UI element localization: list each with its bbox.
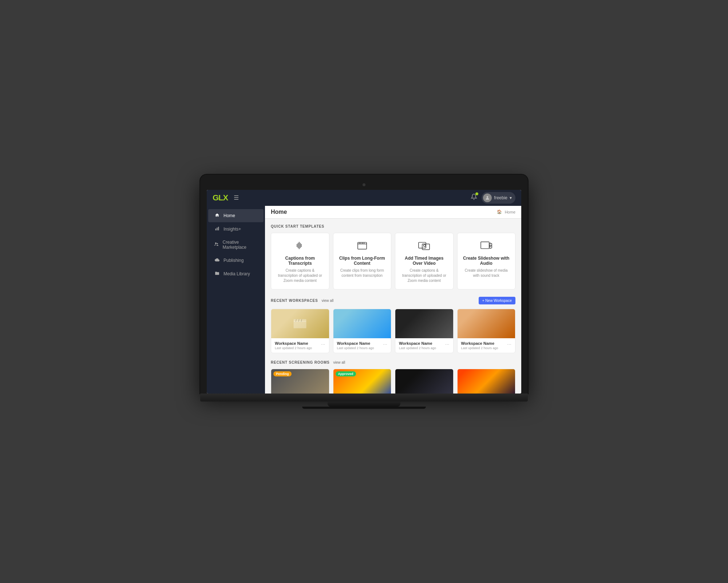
user-menu-button[interactable]: freebie ▾ xyxy=(482,192,515,204)
new-workspace-button[interactable]: + New Workspace xyxy=(479,297,515,304)
template-card-slideshow[interactable]: Create Slideshow with Audio Create slide… xyxy=(457,233,516,289)
breadcrumb-label: Home xyxy=(505,210,515,214)
screening-thumb-2 xyxy=(395,369,453,394)
workspace-menu-0[interactable]: ··· xyxy=(321,341,325,347)
workspaces-grid: Workspace Name Last updated 2 hours ago … xyxy=(271,309,515,353)
svg-point-5 xyxy=(217,243,218,244)
screening-card-0[interactable]: Pending xyxy=(271,369,329,394)
sidebar-item-creative-marketplace[interactable]: Creative Marketplace xyxy=(208,236,264,253)
workspace-card-3[interactable]: Workspace Name Last updated 2 hours ago … xyxy=(457,309,516,353)
notification-button[interactable] xyxy=(471,193,477,202)
top-bar-right: freebie ▾ xyxy=(471,192,515,204)
workspace-card-1[interactable]: Workspace Name Last updated 2 hours ago … xyxy=(333,309,392,353)
screening-card-3[interactable] xyxy=(457,369,516,394)
insights-icon xyxy=(214,226,220,232)
workspace-info-0: Workspace Name Last updated 2 hours ago … xyxy=(271,338,329,353)
workspaces-header: RECENT WORKSPACES view all + New Workspa… xyxy=(271,297,515,304)
publishing-icon xyxy=(214,257,220,263)
workspace-date-3: Last updated 2 hours ago xyxy=(461,346,498,350)
laptop-base xyxy=(200,394,528,402)
sidebar-item-home[interactable]: Home xyxy=(208,209,264,222)
screening-thumb-wrap-0: Pending xyxy=(271,369,329,394)
breadcrumb-bar: Home 🏠 Home xyxy=(265,206,521,219)
captions-template-name: Captions from Transcripts xyxy=(276,256,325,266)
workspace-thumb-1 xyxy=(333,309,391,338)
workspace-thumb-2 xyxy=(395,309,453,338)
workspaces-view-all[interactable]: view all xyxy=(322,299,334,303)
svg-rect-2 xyxy=(217,227,217,230)
template-card-timed[interactable]: Add Timed Images Over Video Create capti… xyxy=(395,233,454,289)
workspace-date-0: Last updated 2 hours ago xyxy=(275,346,312,350)
laptop-camera xyxy=(363,183,365,186)
workspace-date-1: Last updated 2 hours ago xyxy=(337,346,374,350)
screening-header: RECENT SCREENING ROOMS view all xyxy=(271,360,515,364)
workspaces-title: RECENT WORKSPACES xyxy=(271,299,318,303)
workspace-info-text-2: Workspace Name Last updated 2 hours ago xyxy=(399,341,436,350)
sidebar: Home Insights+ xyxy=(207,206,265,394)
screening-card-1[interactable]: Approved xyxy=(333,369,392,394)
svg-point-19 xyxy=(424,244,426,247)
laptop-stand xyxy=(328,402,400,407)
workspace-info-text-0: Workspace Name Last updated 2 hours ago xyxy=(275,341,312,350)
workspace-card-2[interactable]: Workspace Name Last updated 2 hours ago … xyxy=(395,309,454,353)
timed-template-desc: Create captions & transcription of uploa… xyxy=(400,268,449,283)
workspace-info-3: Workspace Name Last updated 2 hours ago … xyxy=(458,338,515,353)
quick-start-section: QUICK START TEMPLATES xyxy=(271,224,515,289)
svg-point-0 xyxy=(487,196,488,198)
workspace-menu-3[interactable]: ··· xyxy=(507,341,511,347)
recent-screening-section: RECENT SCREENING ROOMS view all Pending xyxy=(271,360,515,394)
screening-title: RECENT SCREENING ROOMS xyxy=(271,360,330,364)
template-card-clips[interactable]: Clips from Long-Form Content Create clip… xyxy=(333,233,392,289)
svg-rect-1 xyxy=(215,228,216,230)
top-bar-left: GLX ☰ xyxy=(213,193,239,203)
screening-thumb-3 xyxy=(458,369,515,394)
workspace-date-2: Last updated 2 hours ago xyxy=(399,346,436,350)
workspace-name-1: Workspace Name xyxy=(337,341,374,346)
sidebar-label-home: Home xyxy=(223,213,235,218)
page-content: QUICK START TEMPLATES xyxy=(265,219,521,394)
workspace-menu-1[interactable]: ··· xyxy=(383,341,387,347)
screening-view-all[interactable]: view all xyxy=(333,360,345,364)
workspaces-header-left: RECENT WORKSPACES view all xyxy=(271,299,333,303)
camera-bar xyxy=(207,181,521,190)
workspace-menu-2[interactable]: ··· xyxy=(445,341,450,347)
recent-workspaces-section: RECENT WORKSPACES view all + New Workspa… xyxy=(271,297,515,353)
template-card-captions[interactable]: Captions from Transcripts Create caption… xyxy=(271,233,329,289)
breadcrumb: 🏠 Home xyxy=(497,209,515,214)
sidebar-label-creative-marketplace: Creative Marketplace xyxy=(223,240,258,250)
workspace-name-3: Workspace Name xyxy=(461,341,498,346)
sidebar-label-insights: Insights+ xyxy=(223,227,241,232)
main-layout: Home Insights+ xyxy=(207,206,521,394)
laptop-screen[interactable]: GLX ☰ xyxy=(207,190,521,394)
workspace-name-2: Workspace Name xyxy=(399,341,436,346)
captions-icon xyxy=(276,239,325,252)
screening-grid: Pending Approved xyxy=(271,369,515,394)
media-library-icon xyxy=(214,271,220,277)
pending-badge: Pending xyxy=(273,371,292,376)
sidebar-item-insights[interactable]: Insights+ xyxy=(208,223,264,236)
clips-icon xyxy=(338,239,387,252)
template-grid: Captions from Transcripts Create caption… xyxy=(271,233,515,289)
sidebar-label-media-library: Media Library xyxy=(223,271,250,276)
quick-start-header: QUICK START TEMPLATES xyxy=(271,224,515,228)
captions-template-desc: Create captions & transcription of uploa… xyxy=(276,268,325,283)
slideshow-template-name: Create Slideshow with Audio xyxy=(462,256,511,266)
workspace-thumb-0 xyxy=(271,309,329,338)
sidebar-item-publishing[interactable]: Publishing xyxy=(208,254,264,267)
slideshow-template-desc: Create slideshow of media with sound tra… xyxy=(462,268,511,278)
app-logo: GLX xyxy=(213,193,228,203)
user-name: freebie xyxy=(494,195,507,200)
svg-rect-20 xyxy=(481,241,489,248)
screening-card-2[interactable] xyxy=(395,369,454,394)
creative-marketplace-icon xyxy=(214,242,219,248)
hamburger-icon[interactable]: ☰ xyxy=(234,194,239,201)
sidebar-item-media-library[interactable]: Media Library xyxy=(208,267,264,280)
svg-point-22 xyxy=(489,245,491,246)
quick-start-title: QUICK START TEMPLATES xyxy=(271,224,324,228)
svg-rect-26 xyxy=(294,319,306,322)
top-bar: GLX ☰ xyxy=(207,190,521,206)
user-chevron: ▾ xyxy=(510,195,512,200)
workspace-card-0[interactable]: Workspace Name Last updated 2 hours ago … xyxy=(271,309,329,353)
clips-template-name: Clips from Long-Form Content xyxy=(338,256,387,266)
screening-thumb-wrap-1: Approved xyxy=(333,369,391,394)
